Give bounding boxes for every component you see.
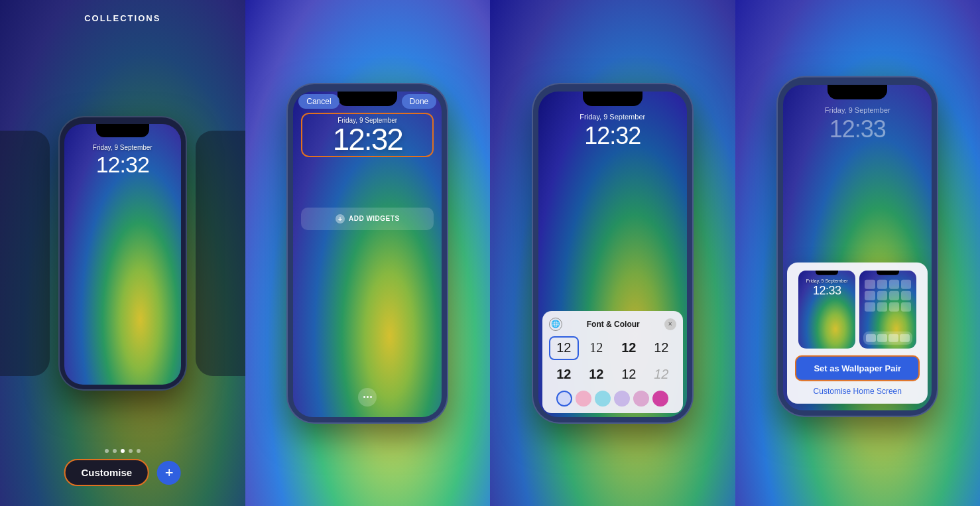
- dot-2: [113, 449, 117, 453]
- panel-4: Friday, 9 September 12:33 Friday, 9 Sept…: [735, 0, 981, 506]
- panel-1: COLLECTIONS Friday, 9 September 12:32 Cu…: [0, 0, 245, 506]
- globe-icon[interactable]: 🌐: [549, 318, 562, 331]
- font-item-8[interactable]: 12: [646, 363, 676, 387]
- color-white[interactable]: [556, 391, 572, 407]
- font-item-3[interactable]: 12: [614, 336, 644, 360]
- panel3-time: 12:32: [584, 122, 641, 150]
- panel1-time: 12:32: [96, 152, 149, 178]
- font-colour-title: Font & Colour: [587, 320, 640, 329]
- font-item-2[interactable]: 12: [582, 336, 611, 360]
- customise-home-screen-button[interactable]: Customise Home Screen: [795, 386, 920, 395]
- dot-4: [129, 449, 133, 453]
- panel3-date: Friday, 9 September: [580, 113, 645, 121]
- color-magenta[interactable]: [652, 391, 668, 407]
- add-button[interactable]: +: [157, 461, 181, 485]
- add-widgets-label[interactable]: ADD WIDGETS: [349, 215, 400, 222]
- page-dots: [105, 449, 141, 453]
- color-lavender[interactable]: [614, 391, 630, 407]
- font-item-1[interactable]: 12: [549, 336, 579, 360]
- panel-2: Cancel Done Friday, 9 September 12:32 + …: [245, 0, 491, 506]
- color-pink[interactable]: [576, 391, 591, 407]
- font-item-7[interactable]: 12: [614, 363, 644, 387]
- close-button[interactable]: ×: [664, 318, 676, 330]
- collections-label: COLLECTIONS: [84, 13, 160, 23]
- dot-1: [105, 449, 109, 453]
- customise-button[interactable]: Customise: [64, 459, 149, 486]
- more-options-button[interactable]: [358, 388, 377, 407]
- done-button[interactable]: Done: [402, 94, 437, 109]
- font-item-5[interactable]: 12: [549, 363, 579, 387]
- panel4-date: Friday, 9 September: [825, 105, 890, 113]
- color-mauve[interactable]: [633, 391, 649, 407]
- font-item-6[interactable]: 12: [582, 363, 611, 387]
- panel4-time: 12:33: [829, 115, 886, 143]
- panel2-time: 12:32: [306, 124, 428, 155]
- panel1-date: Friday, 9 September: [93, 144, 153, 151]
- font-item-4[interactable]: 12: [646, 336, 676, 360]
- color-cyan[interactable]: [595, 391, 611, 407]
- dot-3: [121, 449, 125, 453]
- cancel-button[interactable]: Cancel: [298, 94, 339, 109]
- panel-3: Friday, 9 September 12:32 🌐 Font & Colou…: [490, 0, 735, 506]
- bottom-actions: Customise +: [64, 459, 181, 486]
- set-wallpaper-pair-button[interactable]: Set as Wallpaper Pair: [795, 355, 920, 381]
- dot-5: [137, 449, 141, 453]
